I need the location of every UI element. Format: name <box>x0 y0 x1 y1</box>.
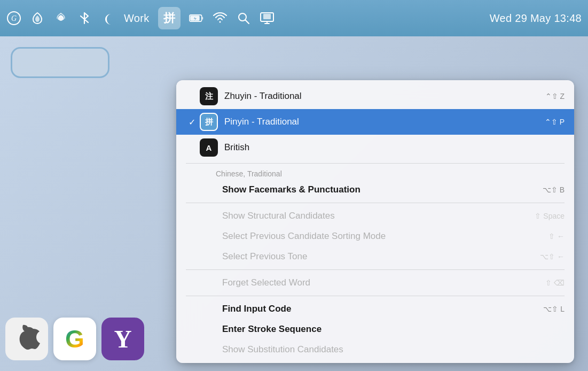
pinyin-badge: 拼 <box>200 113 218 131</box>
sorting-label: Select Previous Candidate Sorting Mode <box>222 231 542 242</box>
menu-item-facemarks[interactable]: Show Facemarks & Punctuation ⌥⇧ B <box>176 180 574 200</box>
desktop: 注 Zhuyin - Traditional ⌃⇧ Z ✓ 拼 Pinyin -… <box>0 36 588 371</box>
google-g-letter: G <box>65 324 84 353</box>
separator-1 <box>186 163 565 164</box>
tone-shortcut: ⌥⇧ ← <box>540 252 565 261</box>
menu-item-british[interactable]: A British <box>176 135 574 160</box>
cast-icon[interactable] <box>260 11 275 26</box>
svg-point-2 <box>58 16 64 21</box>
menu-item-find-input[interactable]: Find Input Code ⌥⇧ L <box>176 299 574 319</box>
svg-line-7 <box>245 20 249 24</box>
menu-item-forget[interactable]: Forget Selected Word ⇧ ⌫ <box>176 273 574 293</box>
svg-rect-9 <box>263 14 271 19</box>
work-label[interactable]: Work <box>124 12 150 25</box>
widget-box <box>11 47 109 78</box>
substitution-label: Show Substitution Candidates <box>222 344 558 355</box>
airdrop-icon[interactable] <box>53 11 68 26</box>
zhuyin-label: Zhuyin - Traditional <box>224 91 539 102</box>
input-method-dropdown: 注 Zhuyin - Traditional ⌃⇧ Z ✓ 拼 Pinyin -… <box>176 80 574 363</box>
separator-4 <box>186 296 565 296</box>
zhuyin-badge: 注 <box>200 87 218 105</box>
svg-rect-5 <box>201 17 203 19</box>
tone-label: Select Previous Tone <box>222 251 534 262</box>
separator-3 <box>186 269 565 270</box>
menu-item-stroke[interactable]: Enter Stroke Sequence <box>176 319 574 339</box>
menu-item-substitution[interactable]: Show Substitution Candidates <box>176 339 574 360</box>
zhuyin-shortcut: ⌃⇧ Z <box>545 92 565 101</box>
sorting-shortcut: ⇧ ← <box>548 232 565 241</box>
pinyin-shortcut: ⌃⇧ P <box>545 118 565 126</box>
y-letter: Y <box>114 325 131 353</box>
svg-text:G: G <box>11 14 17 22</box>
menu-item-structural[interactable]: Show Structural Candidates ⇧ Space <box>176 206 574 226</box>
facemarks-label: Show Facemarks & Punctuation <box>222 184 536 195</box>
dock-y-icon[interactable]: Y <box>101 318 144 360</box>
structural-label: Show Structural Candidates <box>222 211 528 221</box>
dock: G Y <box>0 318 144 360</box>
input-icon-char: 拼 <box>163 10 175 26</box>
stroke-label: Enter Stroke Sequence <box>222 324 558 335</box>
pinyin-label: Pinyin - Traditional <box>224 117 538 127</box>
datetime-label: Wed 29 May 13:48 <box>490 12 582 25</box>
dock-google-icon[interactable]: G <box>53 318 96 360</box>
menu-item-pinyin[interactable]: ✓ 拼 Pinyin - Traditional ⌃⇧ P <box>176 109 574 135</box>
separator-2 <box>186 203 565 203</box>
focus-moon-icon[interactable] <box>100 11 115 26</box>
menu-item-sorting[interactable]: Select Previous Candidate Sorting Mode ⇧… <box>176 226 574 246</box>
section-label: Chinese, Traditional <box>176 166 574 180</box>
checkmark-pinyin: ✓ <box>186 117 198 127</box>
forget-label: Forget Selected Word <box>222 277 539 288</box>
search-icon[interactable] <box>236 11 251 26</box>
dock-apple-icon[interactable] <box>5 318 48 360</box>
menu-item-tone[interactable]: Select Previous Tone ⌥⇧ ← <box>176 246 574 267</box>
structural-shortcut: ⇧ Space <box>535 212 565 220</box>
menubar: G Work 拼 Wed 29 May 13:48 <box>0 0 588 36</box>
surfshark-icon[interactable] <box>30 11 45 26</box>
bluetooth-icon[interactable] <box>77 11 92 26</box>
wifi-icon[interactable] <box>213 11 228 26</box>
battery-icon[interactable] <box>189 11 204 26</box>
forget-shortcut: ⇧ ⌫ <box>545 279 565 287</box>
find-input-label: Find Input Code <box>222 304 537 314</box>
british-label: British <box>224 142 558 153</box>
input-method-icon[interactable]: 拼 <box>158 7 181 29</box>
british-badge: A <box>200 138 218 157</box>
facemarks-shortcut: ⌥⇧ B <box>543 186 565 194</box>
g-circle-icon[interactable]: G <box>6 11 21 26</box>
find-input-shortcut: ⌥⇧ L <box>543 305 565 313</box>
menu-item-zhuyin[interactable]: 注 Zhuyin - Traditional ⌃⇧ Z <box>176 83 574 109</box>
